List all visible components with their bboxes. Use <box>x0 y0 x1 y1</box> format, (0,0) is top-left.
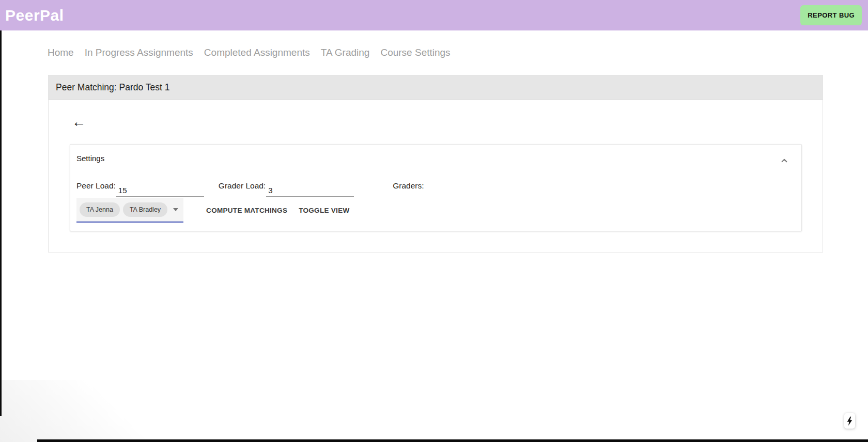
corner-shade <box>0 380 217 442</box>
settings-panel: Settings Peer Load: Grader Load: Graders… <box>70 144 802 231</box>
nav-item-in-progress-assignments[interactable]: In Progress Assignments <box>85 47 193 58</box>
window-left-edge <box>0 30 2 416</box>
grader-chip[interactable]: TA Jenna <box>80 202 120 217</box>
nav-item-ta-grading[interactable]: TA Grading <box>321 47 370 58</box>
graders-select[interactable]: TA Jenna TA Bradley <box>76 198 183 223</box>
devtools-badge[interactable] <box>844 413 855 429</box>
nav-item-completed-assignments[interactable]: Completed Assignments <box>204 47 310 58</box>
settings-fields-row: Peer Load: Grader Load: Graders: <box>76 181 789 197</box>
settings-title: Settings <box>76 154 789 163</box>
report-bug-button[interactable]: REPORT BUG <box>800 5 862 25</box>
peer-matching-card: Peer Matching: Pardo Test 1 ← Settings P… <box>48 75 823 252</box>
compute-matchings-button[interactable]: COMPUTE MATCHINGS <box>202 201 291 219</box>
grader-chip[interactable]: TA Bradley <box>123 202 167 217</box>
graders-label: Graders: <box>393 181 424 191</box>
peer-load-label: Peer Load: <box>76 181 116 191</box>
toggle-view-button[interactable]: TOGGLE VIEW <box>295 201 353 219</box>
nav-item-home[interactable]: Home <box>48 47 74 58</box>
card-header: Peer Matching: Pardo Test 1 <box>49 75 823 100</box>
settings-controls-row: TA Jenna TA Bradley COMPUTE MATCHINGS TO… <box>76 198 789 223</box>
window-bottom-edge <box>37 439 868 442</box>
app-logo[interactable]: PeerPal <box>5 7 64 24</box>
lightning-bolt-icon <box>846 416 853 426</box>
dropdown-caret-icon[interactable] <box>173 208 178 211</box>
main-nav: Home In Progress Assignments Completed A… <box>0 30 868 58</box>
app-header: PeerPal REPORT BUG <box>0 0 868 30</box>
collapse-panel-button[interactable] <box>780 156 789 165</box>
nav-item-course-settings[interactable]: Course Settings <box>380 47 450 58</box>
card-body: ← Settings Peer Load: Grader Load: Grade… <box>49 100 823 252</box>
grader-load-input[interactable] <box>266 186 354 196</box>
grader-load-label: Grader Load: <box>219 181 266 191</box>
peer-load-field <box>116 181 204 197</box>
back-arrow-icon: ← <box>72 114 86 130</box>
peer-load-input[interactable] <box>116 186 204 196</box>
back-button[interactable]: ← <box>71 114 87 130</box>
chevron-up-icon <box>780 156 789 165</box>
page-title: Peer Matching: Pardo Test 1 <box>56 82 170 93</box>
grader-load-field <box>266 181 354 197</box>
